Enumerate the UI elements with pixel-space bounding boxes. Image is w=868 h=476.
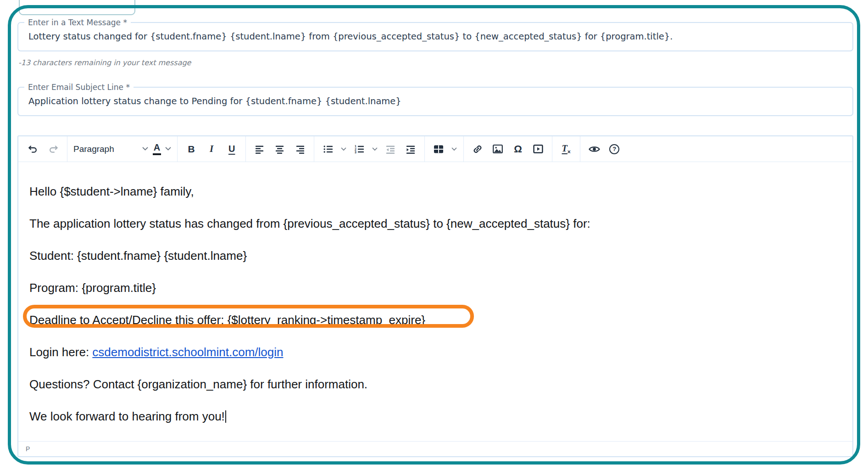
link-icon: [472, 144, 483, 155]
chevron-down-icon: [451, 147, 457, 151]
preview-button[interactable]: [584, 140, 604, 159]
indent-icon: [406, 144, 416, 154]
paragraph-format-label: Paragraph: [73, 144, 138, 154]
eye-icon: [588, 144, 601, 154]
undo-button[interactable]: [23, 140, 43, 159]
bullet-list-icon: [323, 144, 334, 154]
bullet-list-button[interactable]: [318, 140, 338, 159]
align-left-icon: [255, 144, 265, 154]
redo-icon: [48, 144, 59, 155]
paragraph-closing[interactable]: We look forward to hearing from you!: [29, 409, 841, 424]
align-right-icon: [295, 144, 305, 154]
align-group: [245, 136, 314, 162]
chevron-down-icon: [142, 147, 148, 151]
align-center-icon: [275, 144, 285, 154]
help-button[interactable]: ?: [605, 140, 624, 159]
italic-icon: I: [210, 143, 213, 155]
characters-remaining-text: -13 characters remaining in your text me…: [18, 58, 191, 67]
special-character-button[interactable]: Ω: [508, 140, 528, 159]
login-link[interactable]: csdemodistrict.schoolmint.com/login: [92, 345, 283, 359]
table-group: [424, 136, 463, 162]
omega-icon: Ω: [514, 143, 522, 155]
insert-group: Ω: [463, 136, 552, 162]
ol-digit: 3: [355, 151, 356, 154]
paragraph-deadline[interactable]: Deadline to Accept/Decline this offer: {…: [29, 313, 841, 327]
paragraph-greeting[interactable]: Hello {$student->lname} family,: [29, 184, 841, 199]
outdent-icon: [385, 144, 396, 154]
image-button[interactable]: [488, 140, 507, 159]
help-icon: ?: [609, 144, 619, 154]
clear-formatting-t: T: [562, 143, 568, 153]
text-message-field[interactable]: Enter in a Text Message * Lottery status…: [17, 18, 853, 51]
clear-formatting-icon: T×: [562, 143, 571, 155]
text-cursor: [225, 410, 226, 423]
bold-button[interactable]: B: [182, 140, 201, 159]
closing-text: We look forward to hearing from you!: [29, 409, 225, 423]
paragraph-program[interactable]: Program: {program.title}: [29, 280, 841, 295]
align-center-button[interactable]: [270, 140, 289, 159]
clear-format-group: T×: [552, 136, 580, 162]
redo-button[interactable]: [44, 140, 63, 159]
login-prefix: Login here:: [29, 345, 92, 359]
chevron-down-icon: [372, 147, 378, 151]
element-path[interactable]: P: [26, 445, 30, 453]
paragraph-questions[interactable]: Questions? Contact {organization_name} f…: [29, 377, 841, 392]
deadline-text: Deadline to Accept/Decline this offer: {…: [29, 313, 425, 327]
view-group: ?: [580, 136, 628, 162]
media-icon: [533, 144, 544, 154]
numbered-list-icon: 1 2 3: [354, 144, 365, 154]
truncated-field-above: [19, 0, 135, 15]
paragraph-login[interactable]: Login here: csdemodistrict.schoolmint.co…: [29, 345, 841, 359]
rich-text-editor: Paragraph A B I U: [17, 135, 853, 457]
image-icon: [492, 144, 503, 154]
indent-button[interactable]: [401, 140, 420, 159]
text-color-button[interactable]: A: [151, 140, 173, 159]
underline-icon: U: [228, 144, 235, 154]
history-group: [19, 136, 67, 162]
bold-icon: B: [188, 144, 195, 155]
table-button[interactable]: [429, 140, 448, 159]
editor-toolbar: Paragraph A B I U: [18, 136, 852, 162]
outdent-button[interactable]: [381, 140, 400, 159]
align-left-button[interactable]: [250, 140, 269, 159]
chevron-down-icon: [341, 147, 346, 151]
numbered-list-options-chevron[interactable]: [370, 140, 380, 159]
chevron-down-icon: [165, 147, 171, 151]
clear-formatting-x: ×: [568, 149, 571, 155]
paragraph-status-change[interactable]: The application lottery status has chang…: [29, 216, 841, 231]
link-button[interactable]: [468, 140, 487, 159]
email-subject-field[interactable]: Enter Email Subject Line * Application l…: [17, 83, 853, 116]
bullet-list-options-chevron[interactable]: [339, 140, 349, 159]
paragraph-student[interactable]: Student: {student.fname} {student.lname}: [29, 248, 841, 263]
editor-content[interactable]: Hello {$student->lname} family, The appl…: [18, 162, 852, 441]
text-style-group: B I U: [177, 136, 245, 162]
underline-button[interactable]: U: [222, 140, 241, 159]
email-subject-value[interactable]: Application lottery status change to Pen…: [28, 96, 852, 106]
undo-icon: [28, 144, 39, 155]
text-color-icon: A: [153, 143, 161, 155]
paragraph-format-select[interactable]: Paragraph: [72, 140, 150, 159]
format-group: Paragraph A: [67, 136, 177, 162]
numbered-list-button[interactable]: 1 2 3: [350, 140, 369, 159]
email-subject-label: Enter Email Subject Line *: [24, 83, 134, 92]
table-options-chevron[interactable]: [449, 140, 459, 159]
italic-button[interactable]: I: [202, 140, 221, 159]
clear-formatting-button[interactable]: T×: [556, 140, 576, 159]
media-button[interactable]: [529, 140, 548, 159]
text-message-value[interactable]: Lottery status changed for {student.fnam…: [28, 31, 852, 42]
text-message-label: Enter in a Text Message *: [24, 18, 131, 27]
list-group: 1 2 3: [314, 136, 424, 162]
align-right-button[interactable]: [290, 140, 310, 159]
editor-status-bar: P: [18, 441, 852, 456]
table-icon: [433, 144, 444, 154]
